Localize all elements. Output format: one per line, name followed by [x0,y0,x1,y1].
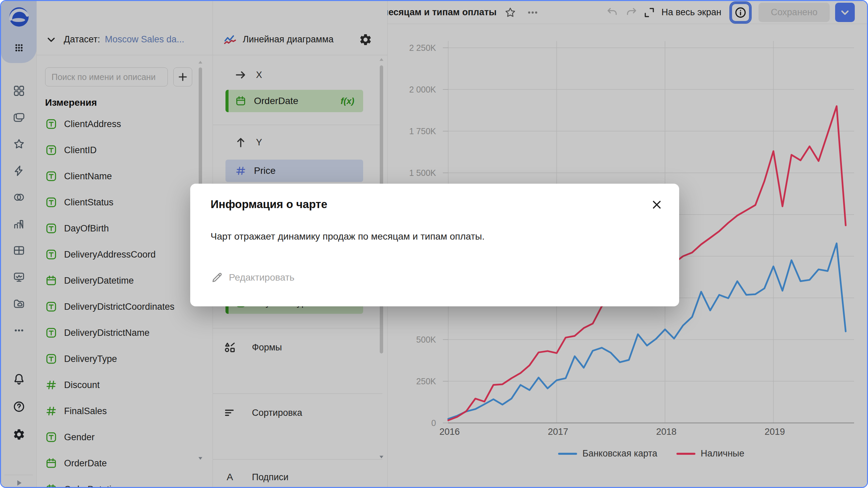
edit-label: Редактировать [229,272,294,283]
chart-info-modal: Информация о чарте Чарт отражает динамик… [190,184,679,306]
edit-description-button[interactable]: Редактировать [211,271,294,284]
datalens-chart-editor: Коллекции и воркбуки/Практические руково… [0,0,868,488]
close-icon[interactable] [649,197,665,213]
modal-title: Информация о чарте [211,198,327,211]
modal-description: Чарт отражает динамику продаж по месяцам… [211,231,485,242]
pencil-icon [211,271,223,284]
